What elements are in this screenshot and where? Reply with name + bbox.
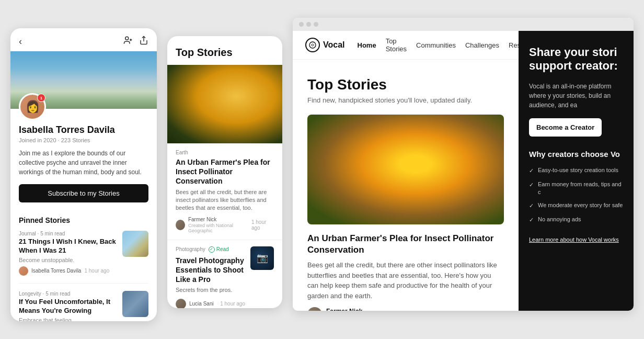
mobile-stories-screen: Top Stories Earth An Urban Farmer's Plea… (167, 36, 282, 308)
page-sub: Find new, handpicked stories you'll love… (307, 96, 504, 104)
stories-header: Top Stories (167, 36, 282, 65)
browser-content: Vocal Home Top Stories Communities Chall… (293, 31, 634, 311)
dot-maximize (314, 22, 318, 27)
panel-subtitle: Why creators choose Vo (529, 149, 623, 160)
author-avatar (176, 220, 185, 230)
card-title: An Urban Farmer's Plea for Insect Pollin… (176, 157, 274, 186)
story-info: Longevity · 5 min read If You Feel Uncom… (19, 291, 122, 321)
nav-link-challenges[interactable]: Challenges (465, 41, 499, 49)
panel-checklist: ✓Easy-to-use story creation tools ✓Earn … (529, 166, 623, 224)
nav-link-top-stories[interactable]: Top Stories (386, 37, 407, 53)
article-desc: Bees get all the credit, but there are o… (307, 260, 504, 301)
read-time: 1 hour ago (220, 301, 245, 307)
profile-top-bar: ‹ (10, 28, 157, 51)
dot-close (299, 22, 304, 27)
right-panel: Share your storisupport creator: Vocal i… (519, 31, 634, 311)
second-story-card[interactable]: Photography ✓ Read Travel Photography Es… (167, 240, 282, 308)
story-category: Longevity · 5 min read (19, 291, 117, 297)
card-meta: Farmer Nick Created with National Geogra… (176, 217, 274, 233)
vocal-logo: Vocal (305, 38, 345, 52)
card-author: Lucia Sani (176, 299, 214, 308)
story-category: Journal · 5 min read (19, 231, 117, 236)
avatar-wrap: 👩 1 (19, 93, 46, 120)
desktop-browser: Vocal Home Top Stories Communities Chall… (293, 18, 634, 311)
profile-body: Isabella Torres Davila Joined in 2020 · … (10, 109, 157, 209)
author-sub: Created with National Geographic (188, 223, 251, 233)
author-label: Farmer Nick (188, 217, 251, 223)
hero-image (167, 65, 282, 143)
vocal-hero-image[interactable] (307, 115, 504, 224)
page-title: Top Stories (307, 76, 504, 93)
checklist-item: ✓We moderate every story for safe (529, 201, 623, 210)
story-item[interactable]: Longevity · 5 min read If You Feel Uncom… (19, 291, 148, 321)
learn-more-link[interactable]: Learn more about how Vocal works (529, 236, 619, 243)
article-author-info: Farmer Nick 1 hour ago · Earth (326, 308, 372, 311)
nav-link-resources[interactable]: Resources (509, 41, 519, 49)
browser-main: Vocal Home Top Stories Communities Chall… (293, 31, 519, 311)
author-name: Farmer Nick (326, 308, 372, 311)
add-user-icon[interactable] (123, 36, 133, 47)
profile-name: Isabella Torres Davila (19, 125, 148, 135)
second-story-info: Photography ✓ Read Travel Photography Es… (176, 246, 245, 308)
subscribe-button[interactable]: Subscribe to my Stories (19, 184, 148, 202)
panel-desc: Vocal is an all-in-one platform where y … (529, 82, 623, 110)
profile-meta: Joined in 2020 · 223 Stories (19, 137, 148, 143)
story-thumbnail (122, 231, 148, 257)
avatar-badge: 1 (37, 94, 45, 102)
article-title: An Urban Farmer's Plea for Insect Pollin… (307, 233, 504, 256)
story-subtitle: Become unstoppable. (19, 257, 117, 263)
pinned-stories-title: Pinned Stories (19, 216, 148, 224)
vocal-logo-icon (305, 38, 320, 52)
vocal-logo-text: Vocal (323, 40, 345, 50)
camera-thumbnail: 📷 (250, 246, 274, 270)
vocal-nav: Vocal Home Top Stories Communities Chall… (293, 31, 519, 60)
back-icon[interactable]: ‹ (19, 36, 22, 47)
card-title: Travel Photography Essentials to Shoot L… (176, 256, 245, 285)
read-badge: ✓ Read (209, 246, 229, 253)
become-creator-button[interactable]: Become a Creator (529, 118, 602, 137)
check-circle-icon: ✓ (209, 246, 215, 253)
nav-link-communities[interactable]: Communities (416, 41, 456, 49)
read-time: 1 hour ago (251, 219, 274, 231)
vocal-nav-links: Home Top Stories Communities Challenges … (358, 37, 519, 53)
svg-point-10 (309, 42, 316, 48)
checklist-item: ✓Easy-to-use story creation tools (529, 166, 623, 175)
check-icon: ✓ (529, 216, 534, 224)
article-avatar (307, 307, 322, 311)
author-label: Lucia Sani (189, 301, 214, 307)
story-title: 21 Things I Wish I Knew, Back When I Was… (19, 238, 117, 255)
checklist-item: ✓No annoying ads (529, 216, 623, 224)
check-icon: ✓ (529, 202, 534, 210)
story-card[interactable]: Earth An Urban Farmer's Plea for Insect … (167, 143, 282, 240)
nav-link-home[interactable]: Home (358, 41, 376, 49)
story-subtitle: Embrace that feeling. (19, 317, 117, 321)
panel-title: Share your storisupport creator: (529, 46, 623, 73)
card-category: Photography (176, 246, 205, 252)
story-time: 1 hour ago (84, 268, 109, 274)
check-icon: ✓ (529, 181, 534, 189)
pinned-stories-section: Pinned Stories Journal · 5 min read 21 T… (10, 209, 157, 321)
browser-dots (299, 22, 318, 27)
story-item[interactable]: Journal · 5 min read 21 Things I Wish I … (19, 231, 148, 284)
mobile-profile-screen: ‹ 👩 1 Isabella Torres Davila Joined in 2… (10, 28, 157, 321)
author-avatar (176, 299, 186, 308)
author-name: Isabella Torres Davila (31, 268, 81, 274)
vocal-main-content: Top Stories Find new, handpicked stories… (293, 60, 519, 311)
story-thumbnail (122, 291, 148, 317)
card-desc: Secrets from the pros. (176, 286, 245, 294)
share-icon[interactable] (139, 36, 148, 47)
card-category: Earth (176, 150, 274, 155)
story-title: If You Feel Uncomfortable, It Means You'… (19, 298, 117, 315)
profile-bio: Join me as I explore the bounds of our c… (19, 149, 148, 177)
checklist-item: ✓Earn money from reads, tips and c (529, 180, 623, 197)
dot-minimize (306, 22, 311, 27)
author-info: Farmer Nick Created with National Geogra… (188, 217, 251, 233)
avatar: 👩 1 (19, 93, 46, 120)
story-info: Journal · 5 min read 21 Things I Wish I … (19, 231, 122, 276)
article-author-row: Farmer Nick 1 hour ago · Earth (307, 307, 504, 311)
story-author-row: Isabella Torres Davila 1 hour ago (19, 266, 117, 276)
browser-chrome (293, 18, 634, 31)
mini-avatar (19, 266, 28, 276)
cover-image: 👩 1 (10, 51, 157, 109)
card-author: Farmer Nick Created with National Geogra… (176, 217, 251, 233)
